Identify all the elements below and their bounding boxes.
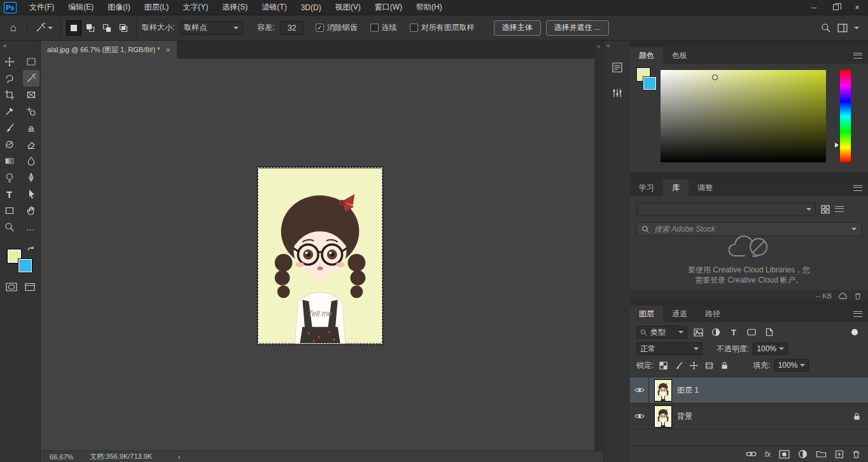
intersect-selection-button[interactable] [116, 20, 131, 36]
libraries-panel-menu-button[interactable] [853, 179, 868, 196]
color-panel-menu-button[interactable] [853, 47, 868, 64]
tab-libraries[interactable]: 库 [663, 179, 689, 196]
canvas-area[interactable] [41, 59, 594, 451]
layer-thumbnail[interactable] [654, 379, 672, 402]
screen-mode-icon[interactable] [25, 283, 35, 291]
delete-layer-icon[interactable] [852, 450, 860, 459]
sample-size-dropdown[interactable]: 取样点 [179, 21, 243, 35]
tab-swatches[interactable]: 色板 [663, 47, 696, 64]
select-subject-button[interactable]: 选择主体 [494, 20, 541, 36]
tolerance-input[interactable] [280, 21, 304, 35]
zoom-tool[interactable] [1, 219, 18, 235]
eraser-tool[interactable] [23, 136, 39, 153]
home-button[interactable]: ⌂ [5, 20, 22, 36]
add-to-selection-button[interactable] [83, 20, 98, 36]
menu-type[interactable]: 文字(Y) [176, 0, 215, 15]
fill-value-box[interactable]: 100% [774, 359, 809, 372]
layer-thumbnail[interactable] [654, 405, 672, 428]
rectangle-tool[interactable] [1, 202, 18, 219]
sample-all-layers-checkbox[interactable] [410, 24, 418, 32]
workspace-icon[interactable] [837, 24, 848, 32]
restore-button[interactable] [825, 0, 846, 15]
lock-transparency-button[interactable] [657, 359, 669, 372]
visibility-toggle[interactable] [630, 377, 649, 403]
document-image[interactable] [258, 167, 382, 344]
contiguous-checkbox[interactable] [370, 24, 379, 32]
filter-type-layers-button[interactable]: T [727, 326, 741, 339]
filter-shape-layers-button[interactable] [745, 326, 759, 339]
library-select-dropdown[interactable] [636, 202, 816, 216]
eyedropper-tool[interactable] [1, 103, 18, 120]
layer-row-background[interactable]: 背景 [630, 403, 868, 430]
type-tool[interactable]: T [1, 186, 18, 202]
blend-mode-dropdown[interactable]: 正常 [636, 342, 703, 355]
add-mask-icon[interactable] [779, 450, 790, 459]
clone-stamp-tool[interactable] [23, 120, 39, 136]
select-and-mask-button[interactable]: 选择并遮住 ... [546, 20, 609, 36]
layer-row-layer1[interactable]: 图层 1 [630, 377, 868, 403]
lock-position-button[interactable] [688, 359, 699, 372]
opacity-value-box[interactable]: 100% [753, 342, 788, 355]
saturation-brightness-field[interactable] [661, 70, 826, 162]
menu-filter[interactable]: 滤镜(T) [255, 0, 293, 15]
close-tab-icon[interactable]: × [165, 45, 171, 55]
filter-smart-objects-button[interactable] [762, 326, 776, 339]
anti-alias-checkbox[interactable]: ✓ [316, 24, 324, 32]
zoom-level[interactable]: 66.67% [50, 453, 73, 461]
layer-filter-dropdown[interactable]: 类型 [636, 326, 687, 339]
search-icon[interactable] [821, 23, 831, 33]
blur-tool[interactable] [23, 153, 39, 169]
chevron-down-icon[interactable] [854, 27, 859, 32]
hand-tool[interactable] [23, 202, 39, 219]
path-selection-tool[interactable] [23, 186, 39, 202]
menu-file[interactable]: 文件(F) [22, 0, 61, 15]
minimize-button[interactable]: ─ [803, 0, 825, 15]
filter-pixel-layers-button[interactable] [691, 326, 705, 339]
new-group-icon[interactable] [816, 450, 827, 458]
pen-tool[interactable] [23, 169, 39, 186]
color-marker[interactable] [712, 74, 718, 80]
link-layers-icon[interactable] [746, 451, 757, 457]
layer-name[interactable]: 背景 [677, 411, 692, 422]
menu-help[interactable]: 帮助(H) [409, 0, 449, 15]
menu-select[interactable]: 选择(S) [215, 0, 255, 15]
crop-tool[interactable] [1, 87, 18, 103]
lock-paint-button[interactable] [673, 359, 684, 372]
filter-adjustment-layers-button[interactable] [709, 326, 723, 339]
cloud-sync-icon[interactable] [837, 292, 848, 300]
dodge-tool[interactable] [1, 169, 18, 186]
collapsed-panel-properties[interactable] [609, 85, 626, 101]
expand-panels-icon[interactable]: « [604, 41, 613, 50]
visibility-toggle[interactable] [630, 403, 649, 430]
edit-toolbar-button[interactable]: … [23, 219, 39, 235]
close-button[interactable]: × [846, 0, 868, 15]
layers-panel-menu-button[interactable] [853, 305, 868, 322]
background-color-swatch[interactable] [643, 77, 656, 90]
lock-all-button[interactable] [718, 359, 730, 372]
brush-tool[interactable] [1, 120, 18, 136]
healing-brush-tool[interactable] [23, 103, 39, 120]
quick-mask-icon[interactable] [6, 283, 17, 291]
tab-adjustments[interactable]: 调整 [689, 179, 722, 196]
trash-icon[interactable] [854, 292, 862, 300]
adjustment-layer-icon[interactable] [798, 449, 808, 459]
subtract-from-selection-button[interactable] [99, 20, 115, 36]
filter-toggle-button[interactable] [848, 326, 862, 339]
hue-slider[interactable] [840, 70, 851, 162]
collapse-toolbar-icon[interactable]: « [0, 41, 40, 50]
hue-marker-icon[interactable] [835, 143, 841, 148]
collapsed-panel-history[interactable] [609, 59, 626, 76]
menu-3d[interactable]: 3D(D) [294, 0, 328, 15]
chevron-down-icon[interactable] [851, 228, 857, 233]
new-selection-button[interactable] [66, 20, 81, 36]
menu-window[interactable]: 窗口(W) [368, 0, 409, 15]
contiguous-option[interactable]: 连续 [370, 22, 397, 33]
menu-edit[interactable]: 编辑(E) [61, 0, 101, 15]
tab-layers[interactable]: 图层 [630, 305, 663, 322]
magic-wand-tool[interactable] [23, 70, 39, 87]
list-view-icon[interactable] [835, 206, 844, 212]
marquee-tool[interactable] [23, 53, 39, 70]
background-color-swatch[interactable] [18, 259, 32, 272]
swap-colors-icon[interactable] [27, 246, 34, 252]
menu-image[interactable]: 图像(I) [101, 0, 137, 15]
